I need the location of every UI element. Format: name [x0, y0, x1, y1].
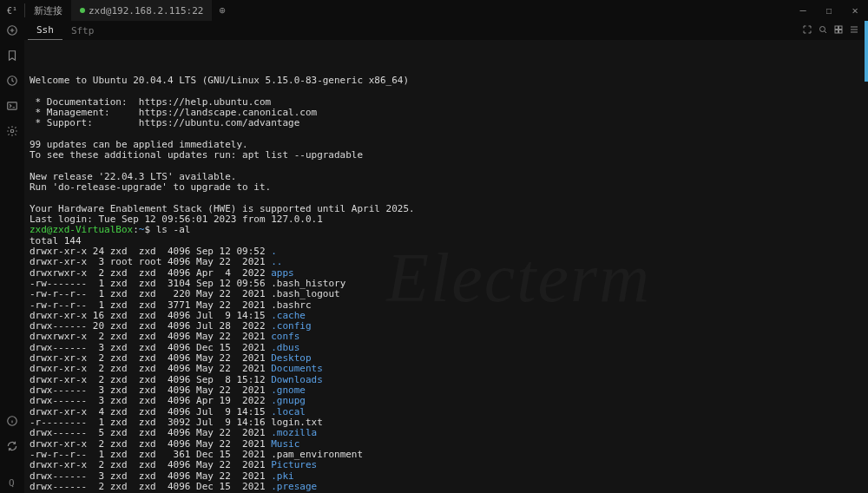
status-q[interactable]: Q — [9, 477, 15, 489]
terminal-line: Run 'do-release-upgrade' to upgrade to i… — [30, 182, 863, 193]
terminal-output[interactable]: Electerm Welcome to Ubuntu 20.04.4 LTS (… — [24, 40, 868, 493]
terminal-line: Welcome to Ubuntu 20.04.4 LTS (GNU/Linux… — [30, 76, 863, 86]
terminal-line — [30, 86, 863, 96]
history-icon[interactable] — [6, 75, 18, 89]
tab-new-connection[interactable]: 新连接 — [25, 0, 71, 21]
close-button[interactable]: ✕ — [842, 4, 868, 16]
maximize-button[interactable]: ☐ — [816, 4, 842, 16]
terminal-line — [30, 129, 863, 140]
list-icon[interactable] — [849, 24, 859, 37]
terminal-line — [30, 193, 863, 203]
svg-point-3 — [10, 129, 14, 133]
sync-icon[interactable] — [6, 440, 18, 455]
settings-icon[interactable] — [6, 125, 18, 140]
scrollbar-indicator[interactable] — [865, 21, 868, 82]
sidebar — [0, 21, 24, 472]
app-logo: €¹ — [0, 6, 24, 16]
svg-rect-7 — [839, 26, 843, 30]
tab-label: 新连接 — [34, 4, 62, 17]
terminal-icon[interactable] — [6, 100, 18, 115]
svg-rect-8 — [835, 30, 838, 33]
tab-sftp[interactable]: Sftp — [62, 22, 103, 40]
bookmark-icon[interactable] — [6, 49, 18, 64]
svg-rect-6 — [835, 26, 838, 30]
terminal-line — [30, 161, 863, 171]
fullscreen-icon[interactable] — [802, 24, 812, 37]
add-icon[interactable] — [6, 24, 18, 39]
svg-point-5 — [820, 26, 825, 31]
tab-ssh-session[interactable]: zxd@192.168.2.115:22 — [71, 0, 212, 21]
svg-rect-9 — [839, 30, 843, 33]
grid-icon[interactable] — [833, 24, 844, 37]
terminal-line: drwx------ 2 zxd zxd 4096 Dec 15 2021 .p… — [30, 482, 863, 492]
terminal-line: * Support: https://ubuntu.com/advantage — [30, 118, 863, 128]
status-dot-icon — [80, 8, 85, 13]
tab-label: zxd@192.168.2.115:22 — [89, 5, 203, 16]
titlebar: €¹ 新连接 zxd@192.168.2.115:22 ⊕ — ☐ ✕ — [0, 0, 868, 21]
tab-ssh[interactable]: Ssh — [28, 21, 62, 40]
terminal-line: zxd@zxd-VirtualBox:~$ ls -al — [30, 225, 863, 235]
session-tabs: Ssh Sftp — [24, 21, 868, 40]
info-icon[interactable] — [6, 415, 18, 430]
new-tab-button[interactable]: ⊕ — [212, 4, 232, 16]
terminal-line: To see these additional updates run: apt… — [30, 150, 863, 161]
search-icon[interactable] — [818, 24, 828, 37]
svg-rect-2 — [8, 102, 17, 109]
minimize-button[interactable]: — — [790, 4, 816, 16]
